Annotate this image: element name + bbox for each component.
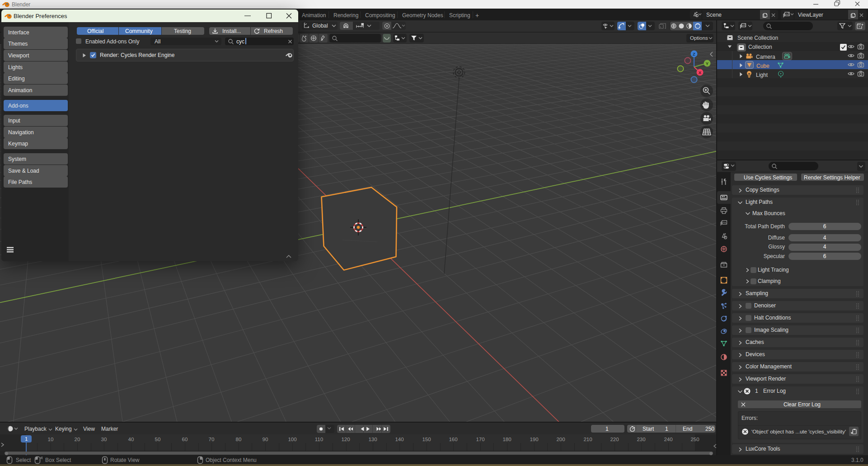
svg-text:Y: Y bbox=[706, 61, 709, 66]
svg-text:Z: Z bbox=[693, 52, 695, 56]
svg-text:X: X bbox=[699, 70, 702, 75]
